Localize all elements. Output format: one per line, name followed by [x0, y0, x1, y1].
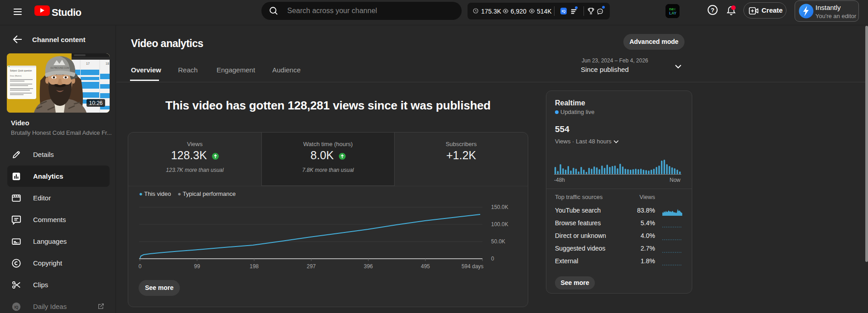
svg-text:100.0K: 100.0K: [491, 221, 508, 228]
svg-text:17: 17: [86, 62, 90, 65]
svg-text:IQ: IQ: [14, 305, 19, 309]
svg-text:LAY: LAY: [669, 11, 677, 15]
svg-text:396: 396: [364, 263, 373, 270]
svg-text:297: 297: [307, 263, 316, 270]
svg-text:495: 495: [421, 263, 430, 270]
svg-text:?: ?: [711, 7, 714, 14]
svg-text:594 days: 594 days: [462, 263, 484, 270]
svg-text:18: 18: [106, 62, 109, 65]
svg-text:50.0K: 50.0K: [491, 238, 505, 245]
svg-text:0: 0: [139, 263, 142, 270]
svg-text:198: 198: [250, 263, 259, 270]
svg-text:10:26: 10:26: [89, 100, 102, 106]
svg-text:150.0K: 150.0K: [491, 204, 508, 210]
svg-text:Dear {Name}: Dear {Name}: [10, 75, 22, 77]
svg-text:Subject: Quick question: Subject: Quick question: [10, 70, 32, 72]
svg-text:0: 0: [491, 256, 494, 262]
svg-text:99: 99: [194, 263, 200, 270]
svg-text:OUTBOUND.COM: OUTBOUND.COM: [50, 66, 69, 69]
